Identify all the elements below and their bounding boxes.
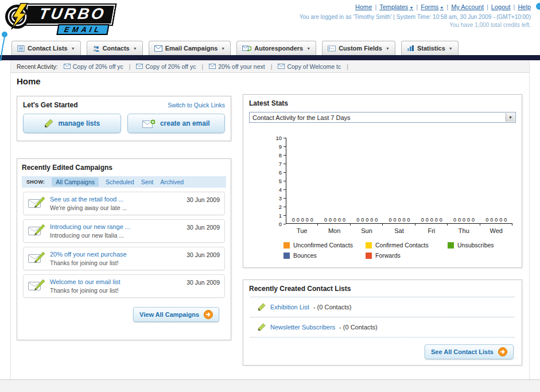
- chart-y-axis: 109876543210: [254, 138, 286, 224]
- chevron-down-icon: ▼: [409, 6, 413, 10]
- filter-all-campaigns[interactable]: All Campaigns: [52, 177, 99, 187]
- header-meta: HomeTemplates▼Forms▼My AccountLogoutHelp…: [300, 3, 531, 28]
- x-tick-label: Wed: [480, 226, 512, 234]
- latest-stats-panel: Latest Stats Contact Activity for the La…: [243, 94, 522, 268]
- switch-to-quick-links-link[interactable]: Switch to Quick Links: [168, 102, 225, 108]
- chart-category-group: 00000: [480, 217, 512, 223]
- recent-activity-item[interactable]: 20% off your next: [209, 63, 272, 70]
- bar-value-label: 0: [356, 217, 359, 223]
- decor-blue-pointer: [0, 31, 8, 62]
- chevron-down-icon: ▼: [71, 46, 75, 51]
- campaign-title-link[interactable]: See us at the retail food ...: [50, 195, 127, 204]
- filter-sent[interactable]: Sent: [141, 178, 154, 185]
- envelope-icon: [64, 64, 71, 69]
- campaign-row[interactable]: Introducing our new range ... Introducin…: [23, 219, 225, 243]
- campaign-title-link[interactable]: Welcome to our email list: [50, 278, 121, 286]
- campaign-subtitle: Thanks for joining our list!: [50, 259, 127, 267]
- logo-text-email: EMAIL: [56, 24, 110, 35]
- contact-list-count: - (0 Contacts): [313, 304, 352, 311]
- bar-value-label: 0: [490, 217, 493, 223]
- top-link-home[interactable]: Home: [355, 3, 379, 10]
- top-link-my-account[interactable]: My Account: [451, 3, 491, 10]
- top-link-templates[interactable]: Templates▼: [379, 3, 421, 10]
- bar-value-label: 0: [375, 217, 378, 223]
- tab-contacts[interactable]: Contacts ▼: [87, 41, 143, 55]
- envelope-plus-icon: [142, 119, 156, 129]
- bar-value-label: 0: [343, 217, 345, 223]
- chart-category-group: 00000: [286, 217, 318, 223]
- contact-list-link[interactable]: Newsletter Subscribers: [270, 324, 335, 331]
- pencil-icon: [44, 118, 54, 129]
- bar-value-label: 0: [361, 217, 364, 223]
- bar-value-label: 0: [504, 217, 507, 223]
- top-link-logout[interactable]: Logout: [491, 3, 518, 10]
- campaign-title-link[interactable]: Introducing our new range ...: [50, 223, 130, 231]
- recent-activity-bar: Recent Activity: Copy of 20% off yc Copy…: [11, 60, 529, 73]
- chart-category-group: 00000: [383, 217, 415, 223]
- edit-campaign-icon: [28, 279, 45, 293]
- x-tick-label: Fri: [415, 226, 448, 234]
- decor-blue-dot: [536, 3, 540, 10]
- chart-category-group: 00000: [351, 217, 383, 223]
- dotted-divider: [250, 337, 515, 337]
- contact-list-link[interactable]: Exhibition List: [270, 304, 309, 311]
- recent-activity-item[interactable]: Copy of 20% off yc: [136, 63, 203, 70]
- campaign-date: 30 Jun 2009: [187, 223, 220, 231]
- legend-item: Bounces: [283, 252, 366, 259]
- envelope-icon: [209, 64, 216, 69]
- tab-email-campaigns[interactable]: Email Campaigns ▼: [149, 41, 231, 55]
- bar-value-label: 0: [297, 217, 300, 223]
- top-link-help[interactable]: Help: [518, 3, 531, 10]
- campaign-row[interactable]: Welcome to our email list Thanks for joi…: [23, 274, 225, 298]
- show-label: SHOW:: [26, 179, 45, 185]
- chart-legend: Unconfirmed ContactsConfirmed ContactsUn…: [283, 242, 536, 259]
- legend-label: Confirmed Contacts: [375, 242, 429, 249]
- bar-value-label: 0: [398, 217, 401, 223]
- chart-x-axis: TueMonSunSatFriThuWed: [286, 226, 512, 234]
- custom-fields-icon: [328, 45, 336, 52]
- campaign-row[interactable]: See us at the retail food ... We're givi…: [23, 192, 225, 215]
- top-nav-links: HomeTemplates▼Forms▼My AccountLogoutHelp: [300, 3, 531, 10]
- stats-chart: 109876543210 000000000000000000000000000…: [249, 138, 516, 259]
- view-all-campaigns-button[interactable]: View All Campaigns: [133, 307, 219, 322]
- filter-archived[interactable]: Archived: [160, 178, 184, 185]
- login-status-text: You are logged in as 'Timothy Smith' | S…: [300, 14, 531, 20]
- tab-custom-fields[interactable]: Custom Fields ▼: [322, 41, 395, 55]
- legend-swatch: [366, 253, 372, 259]
- campaign-title-link[interactable]: 20% off your next purchase: [50, 250, 127, 259]
- legend-label: Forwards: [375, 252, 401, 259]
- campaign-subtitle: Thanks for joining our list!: [50, 286, 121, 294]
- main-nav: Contact Lists ▼ Contacts ▼ Email Campaig…: [0, 38, 540, 55]
- recent-activity-item[interactable]: Copy of 20% off yc: [64, 63, 131, 70]
- bar-value-label: 0: [472, 217, 475, 223]
- campaign-date: 30 Jun 2009: [187, 195, 220, 203]
- get-started-panel: Let's Get Started Switch to Quick Links …: [17, 96, 231, 141]
- contact-list-count: - (0 Contacts): [339, 324, 378, 331]
- see-all-contact-lists-button[interactable]: See All Contact Lists: [425, 344, 514, 359]
- bar-value-label: 0: [458, 217, 461, 223]
- stats-panel-title: Latest Stats: [249, 99, 516, 107]
- tab-contact-lists[interactable]: Contact Lists ▼: [11, 41, 81, 55]
- filter-scheduled[interactable]: Scheduled: [106, 178, 134, 185]
- campaign-row[interactable]: 20% off your next purchase Thanks for jo…: [23, 247, 225, 270]
- bar-value-label: 0: [310, 217, 313, 223]
- tab-statistics[interactable]: Statistics ▼: [401, 41, 459, 55]
- contacts-icon: [92, 45, 100, 52]
- legend-swatch: [283, 253, 290, 259]
- recently-created-contact-lists-panel: Recently Created Contact Lists Exhibitio…: [243, 280, 522, 366]
- recent-activity-label: Recent Activity:: [17, 63, 58, 70]
- arrow-right-icon: [204, 310, 213, 319]
- stats-period-select[interactable]: Contact Activity for the Last 7 Days ▼: [249, 112, 516, 123]
- create-email-button[interactable]: create an email: [127, 114, 226, 133]
- chart-category-group: 00000: [318, 217, 351, 223]
- bar-value-label: 0: [389, 217, 391, 223]
- x-tick-label: Thu: [448, 226, 480, 234]
- recent-activity-item[interactable]: Copy of Welcome tc: [278, 63, 348, 70]
- tab-autoresponders[interactable]: Autoresponders ▼: [236, 41, 316, 55]
- edit-campaign-icon: [28, 251, 45, 265]
- manage-lists-button[interactable]: manage lists: [23, 114, 121, 133]
- bar-value-label: 0: [393, 217, 396, 223]
- bar-value-label: 0: [329, 217, 332, 223]
- chart-category-group: 00000: [415, 217, 448, 223]
- top-link-forms[interactable]: Forms▼: [421, 3, 451, 10]
